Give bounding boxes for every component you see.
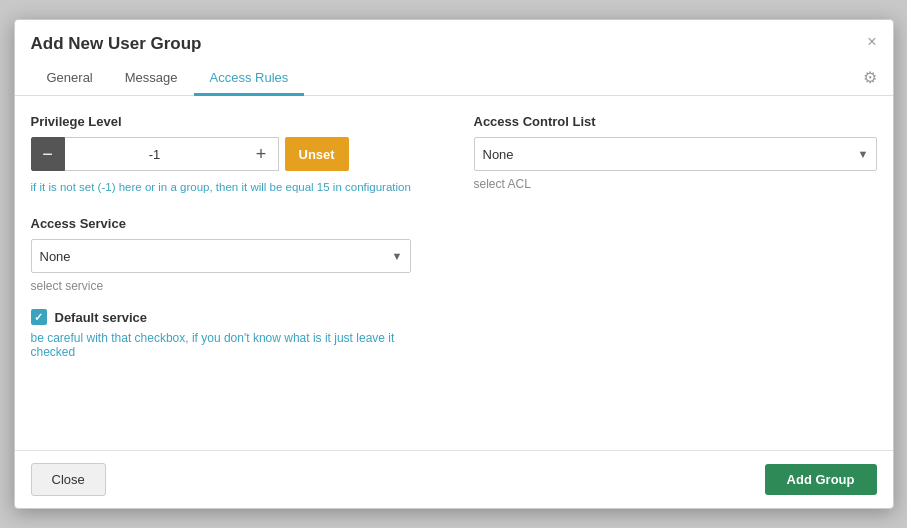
- acl-dropdown-wrap: None ▼: [474, 137, 877, 171]
- gear-icon[interactable]: ⚙: [863, 68, 877, 95]
- default-service-label: Default service: [55, 310, 148, 325]
- modal-title: Add New User Group: [31, 34, 202, 54]
- add-group-button[interactable]: Add Group: [765, 464, 877, 495]
- access-service-section: Access Service None ▼ select service: [31, 216, 434, 293]
- privilege-level-input[interactable]: [65, 137, 245, 171]
- right-column: Access Control List None ▼ select ACL: [474, 114, 877, 359]
- close-button[interactable]: Close: [31, 463, 106, 496]
- tab-access-rules[interactable]: Access Rules: [194, 62, 305, 96]
- tab-message[interactable]: Message: [109, 62, 194, 96]
- tab-general[interactable]: General: [31, 62, 109, 96]
- acl-hint: select ACL: [474, 177, 877, 191]
- modal-body: Privilege Level − + Unset if it is not s…: [15, 96, 893, 450]
- privilege-unset-button[interactable]: Unset: [285, 137, 349, 171]
- access-service-dropdown-wrap: None ▼: [31, 239, 411, 273]
- access-service-select[interactable]: None: [31, 239, 411, 273]
- two-column-layout: Privilege Level − + Unset if it is not s…: [31, 114, 877, 359]
- privilege-level-row: − + Unset: [31, 137, 434, 171]
- tabs-row: General Message Access Rules ⚙: [15, 62, 893, 96]
- privilege-decrement-button[interactable]: −: [31, 137, 65, 171]
- modal-close-x-button[interactable]: ×: [867, 34, 876, 50]
- default-service-section: Default service be careful with that che…: [31, 309, 434, 359]
- access-service-label: Access Service: [31, 216, 434, 231]
- modal-footer: Close Add Group: [15, 450, 893, 508]
- modal-dialog: Add New User Group × General Message Acc…: [14, 19, 894, 509]
- default-service-warning: be careful with that checkbox, if you do…: [31, 331, 434, 359]
- acl-label: Access Control List: [474, 114, 877, 129]
- default-service-row: Default service: [31, 309, 434, 325]
- privilege-level-label: Privilege Level: [31, 114, 434, 129]
- modal-header: Add New User Group ×: [15, 20, 893, 54]
- privilege-increment-button[interactable]: +: [245, 137, 279, 171]
- acl-select[interactable]: None: [474, 137, 877, 171]
- left-column: Privilege Level − + Unset if it is not s…: [31, 114, 434, 359]
- default-service-checkbox[interactable]: [31, 309, 47, 325]
- privilege-level-hint: if it is not set (-1) here or in a group…: [31, 179, 434, 196]
- access-service-hint: select service: [31, 279, 434, 293]
